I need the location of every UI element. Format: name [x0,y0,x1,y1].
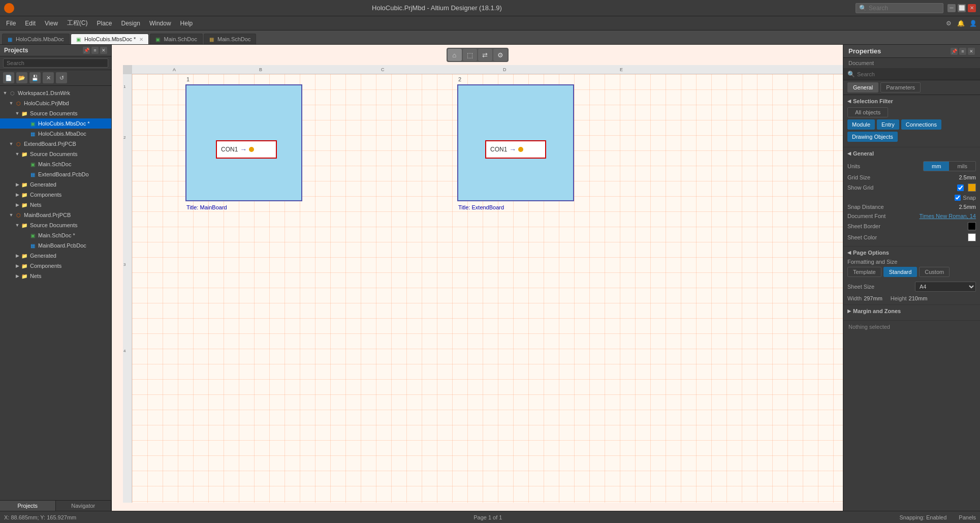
restore-button[interactable]: ⬜ [958,4,966,12]
filter-buttons: All objects [847,107,976,117]
margin-zones-header[interactable]: ▶ Margin and Zones [847,308,976,314]
tab-holocubis-mbs[interactable]: ▣ HoloCubis.MbsDoc * ✕ [71,34,149,44]
tree-label: HoloCubis.MbsDoc * [38,120,89,127]
panel-menu-button[interactable]: ≡ [91,47,99,54]
tree-item-main-proj[interactable]: ▼ ⬡ MainBoard.PrjPCB [0,210,111,220]
tree-item-extend-sch[interactable]: ▣ Main.SchDoc [0,159,111,169]
comp-label: CON1 [221,146,238,153]
page-options-header[interactable]: ◀ Page Options [847,250,976,256]
margin-label: Margin and Zones [853,308,901,314]
projects-search-input[interactable] [3,58,108,68]
module-title-mainboard: Title: MainBoard [186,204,227,210]
format-size-label: Formatting and Size [847,259,976,265]
tree-item-workspace[interactable]: ▼ ⬡ Workspace1.DsnWrk [0,88,111,98]
tree-item-holo-mba[interactable]: ▦ HoloCubis.MbaDoc [0,129,111,139]
tree-item-extend-gen[interactable]: ▶ 📁 Generated [0,179,111,190]
close-doc-button[interactable]: ✕ [43,72,54,83]
pin-button[interactable]: 📌 [951,48,958,55]
panel-menu-button[interactable]: ≡ [959,48,966,55]
open-button[interactable]: 📂 [16,72,27,83]
tree-item-extend-pcb[interactable]: ▦ ExtendBoard.PcbDo [0,169,111,179]
menu-edit[interactable]: Edit [21,18,40,28]
snap-checkbox[interactable] [955,195,961,201]
sheet-color-row: Sheet Color [847,232,976,243]
tree-item-main-src[interactable]: ▼ 📁 Source Documents [0,220,111,230]
save-button[interactable]: 💾 [29,72,41,83]
workspace-icon: ⬡ [8,89,16,97]
tree-item-extend-src[interactable]: ▼ 📁 Source Documents [0,149,111,159]
module-filter-button[interactable]: Module [847,119,875,130]
sheet-border-swatch[interactable] [968,222,976,230]
tree-item-main-pcb[interactable]: ▦ MainBoard.PcbDoc [0,240,111,251]
home-view-button[interactable]: ⌂ [448,49,462,61]
tree-item-extend-comp[interactable]: ▶ 📁 Components [0,190,111,200]
close-button[interactable]: ✕ [968,4,976,12]
menu-window[interactable]: Window [145,18,175,28]
panels-button[interactable]: Panels [959,514,976,520]
menu-project[interactable]: 工程(C) [63,17,92,29]
tree-item-main-comp[interactable]: ▶ 📁 Components [0,261,111,271]
search-icon: 🔍 [859,5,867,12]
menu-view[interactable]: View [41,18,62,28]
tree-label: HoloCubis.MbaDoc [38,131,86,137]
tree-item-main-gen[interactable]: ▶ 📁 Generated [0,251,111,261]
menu-help[interactable]: Help [176,18,197,28]
folder-icon: 📁 [20,201,28,208]
tab-label: HoloCubis.MbsDoc * [84,36,136,42]
grid-size-value: 2.5mm [959,174,976,180]
units-label: Units [847,163,860,169]
page-info: Page 1 of 1 [84,514,891,520]
panel-close-button[interactable]: ✕ [968,48,975,55]
sheet-color-swatch[interactable] [968,233,976,241]
tab-holocubis-mba[interactable]: ▦ HoloCubis.MbaDoc [2,34,70,44]
tab-main-schoc2[interactable]: ▦ Main.SchDoc [204,34,256,44]
panel-close-button[interactable]: ✕ [100,47,107,54]
standard-button[interactable]: Standard [883,267,918,277]
user-icon[interactable]: 👤 [968,18,978,28]
titlebar-search[interactable]: 🔍 [856,3,943,13]
refresh-button[interactable]: ↺ [56,72,67,83]
drawing-objects-filter-button[interactable]: Drawing Objects [847,132,898,142]
titlebar-search-input[interactable] [869,5,940,12]
template-button[interactable]: Template [847,267,881,277]
general-section-header[interactable]: ◀ General [847,150,976,157]
entry-filter-button[interactable]: Entry [877,119,899,130]
zoom-button[interactable]: ⇄ [478,49,492,61]
menu-design[interactable]: Design [117,18,144,28]
settings-button[interactable]: ⚙ [493,49,508,61]
mm-button[interactable]: mm [924,162,949,171]
tab-parameters[interactable]: Parameters [880,82,921,93]
doc-font-value[interactable]: Times New Roman, 14 [920,213,976,219]
tree-item-holo-src[interactable]: ▼ 📁 Source Documents [0,108,111,118]
tab-main-schoc[interactable]: ▣ Main.SchDoc [150,34,202,44]
mils-button[interactable]: mils [949,162,975,171]
tree-item-main-sch[interactable]: ▣ Main.SchDoc * [0,230,111,240]
menu-place[interactable]: Place [93,18,116,28]
grid-color-swatch[interactable] [968,183,976,192]
tree-item-main-nets[interactable]: ▶ 📁 Nets [0,271,111,281]
settings-icon[interactable]: ⚙ [943,18,954,28]
all-objects-button[interactable]: All objects [847,107,888,117]
show-grid-checkbox[interactable] [957,184,964,191]
menu-file[interactable]: File [2,18,20,28]
tab-general[interactable]: General [847,82,878,93]
selection-filter-header[interactable]: ◀ Selection Filter [847,98,976,104]
sch-icon: ▣ [76,37,81,42]
tree-label: Main.SchDoc [38,161,71,167]
new-button[interactable]: 📄 [3,72,14,83]
navigator-tab-button[interactable]: Navigator [56,501,112,511]
tree-item-holo-mbs[interactable]: ▣ HoloCubis.MbsDoc * [0,118,111,129]
connections-filter-button[interactable]: Connections [901,119,941,130]
sheet-size-select[interactable]: A4 A3 A2 Letter [915,282,976,292]
fit-view-button[interactable]: ⬚ [463,49,477,61]
tree-item-holo-proj[interactable]: ▼ ⬡ HoloCubic.PrjMbd [0,98,111,108]
projects-tab-button[interactable]: Projects [0,501,56,511]
properties-search-input[interactable] [857,71,976,77]
pin-button[interactable]: 📌 [83,47,90,54]
tab-close-icon[interactable]: ✕ [139,37,143,42]
tree-item-extend-proj[interactable]: ▼ ⬡ ExtendBoard.PrjPCB [0,139,111,149]
notification-icon[interactable]: 🔔 [956,18,966,28]
minimize-button[interactable]: ─ [947,4,956,12]
tree-item-extend-nets[interactable]: ▶ 📁 Nets [0,200,111,210]
custom-button[interactable]: Custom [919,267,950,277]
